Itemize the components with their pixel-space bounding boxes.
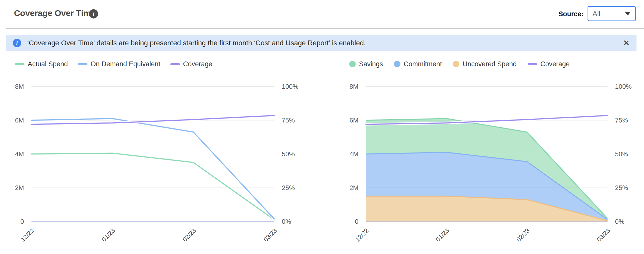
y-axis-left-label: 8M <box>15 83 24 90</box>
source-selected-value: All <box>592 10 600 18</box>
close-icon[interactable]: ✕ <box>623 39 630 47</box>
header-divider <box>6 28 644 29</box>
y-axis-left-label: 0 <box>20 218 24 225</box>
legend-line-swatch <box>528 63 537 65</box>
legend-line-swatch <box>170 63 180 65</box>
legend-item-actual-spend[interactable]: Actual Spend <box>15 60 68 68</box>
legend-item-on-demand-equivalent[interactable]: On Demand Equivalent <box>78 60 160 68</box>
legend-label: Actual Spend <box>28 60 68 68</box>
legend-label: Coverage <box>183 60 212 68</box>
legend-item-coverage[interactable]: Coverage <box>170 60 212 68</box>
info-circle-icon: i <box>13 39 21 47</box>
info-banner: i ‘Coverage Over Time’ details are being… <box>6 35 636 51</box>
legend-dot-swatch <box>349 61 356 67</box>
legend-label: Uncovered Spend <box>463 60 516 68</box>
x-axis-label: 01/23 <box>434 227 450 243</box>
y-axis-left-label: 0 <box>355 218 358 225</box>
line-casing-on-demand-equivalent <box>32 119 274 219</box>
series-line-actual-spend <box>32 153 274 220</box>
y-axis-right-label: 25% <box>615 184 628 191</box>
x-axis-label: 12/22 <box>19 227 35 243</box>
y-axis-left-label: 6M <box>15 117 24 124</box>
legend-item-savings[interactable]: Savings <box>349 60 383 68</box>
y-axis-right-label: 75% <box>282 117 295 124</box>
y-axis-left-label: 6M <box>350 117 358 124</box>
y-axis-left-label: 4M <box>350 150 358 158</box>
left-chart-legend: Actual SpendOn Demand EquivalentCoverage <box>15 59 212 69</box>
legend-label: Savings <box>359 60 383 68</box>
y-axis-left-label: 2M <box>15 184 24 191</box>
legend-line-swatch <box>15 63 24 65</box>
y-axis-right-label: 100% <box>615 83 632 90</box>
savings-stack-area-chart[interactable]: 8M100%6M75%4M50%2M25%00%12/2201/2302/230… <box>332 75 644 250</box>
y-axis-right-label: 0% <box>615 218 624 225</box>
legend-item-coverage[interactable]: Coverage <box>528 60 570 68</box>
page-title: Coverage Over Time <box>14 8 96 18</box>
banner-message: ‘Coverage Over Time’ details are being p… <box>27 39 366 47</box>
x-axis-label: 02/23 <box>515 227 531 243</box>
line-casing-actual-spend <box>32 153 274 220</box>
legend-item-uncovered-spend[interactable]: Uncovered Spend <box>453 60 516 68</box>
legend-line-swatch <box>78 63 88 65</box>
spend-coverage-line-chart[interactable]: 8M100%6M75%4M50%2M25%00%12/2201/2302/230… <box>0 75 322 250</box>
y-axis-right-label: 50% <box>282 150 295 158</box>
y-axis-left-label: 8M <box>350 83 358 90</box>
x-axis-label: 03/23 <box>262 227 278 243</box>
series-line-on-demand-equivalent <box>32 119 274 219</box>
x-axis-label: 02/23 <box>181 227 197 243</box>
info-circle-glyph: i <box>16 40 18 46</box>
y-axis-left-label: 2M <box>350 184 358 191</box>
x-axis-label: 01/23 <box>100 227 116 243</box>
info-icon[interactable]: i <box>89 9 98 19</box>
x-axis-label: 03/23 <box>595 227 611 243</box>
right-chart-legend: SavingsCommitmentUncovered SpendCoverage <box>349 59 570 69</box>
legend-label: On Demand Equivalent <box>91 60 160 68</box>
y-axis-right-label: 25% <box>282 184 295 191</box>
y-axis-left-label: 4M <box>15 150 24 158</box>
legend-label: Commitment <box>404 60 442 68</box>
chevron-down-icon <box>625 12 631 16</box>
legend-dot-swatch <box>394 61 400 67</box>
legend-label: Coverage <box>540 60 570 68</box>
x-axis-label: 12/22 <box>354 227 370 243</box>
source-label: Source: <box>534 10 584 18</box>
y-axis-right-label: 50% <box>615 150 628 158</box>
info-icon-glyph: i <box>93 11 94 17</box>
legend-dot-swatch <box>453 61 460 67</box>
y-axis-right-label: 0% <box>282 218 291 225</box>
legend-item-commitment[interactable]: Commitment <box>394 60 442 68</box>
y-axis-right-label: 75% <box>615 117 628 124</box>
y-axis-right-label: 100% <box>282 83 298 90</box>
source-select[interactable]: All <box>588 6 636 21</box>
